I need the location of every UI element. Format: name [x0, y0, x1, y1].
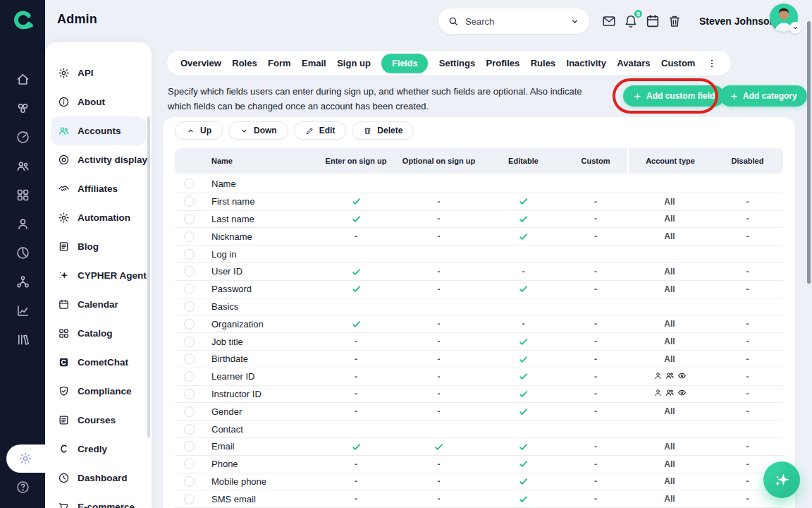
table-row[interactable]: Gender---All- — [175, 403, 783, 421]
rail-item-modules[interactable] — [0, 94, 45, 123]
table-row[interactable]: Last name--All- — [175, 211, 783, 229]
notifications-bell-icon[interactable]: 5 — [623, 13, 639, 29]
sidebar-item-about[interactable]: About — [51, 87, 146, 116]
table-row[interactable]: Nickname---All- — [175, 228, 783, 246]
table-row[interactable]: First name--All- — [175, 193, 783, 211]
row-checkbox[interactable] — [184, 249, 195, 260]
row-checkbox[interactable] — [184, 319, 195, 329]
rail-item-analytics[interactable] — [0, 296, 45, 325]
table-row[interactable]: Email-All- — [175, 438, 783, 456]
tab-settings[interactable]: Settings — [439, 58, 475, 68]
rail-item-performance[interactable] — [0, 123, 45, 152]
sidebar-item-cypher-agent[interactable]: CYPHER Agent — [51, 261, 146, 290]
table-row-category[interactable]: Name — [175, 176, 783, 193]
tab-sign-up[interactable]: Sign up — [337, 58, 371, 68]
add-category-button[interactable]: Add category — [720, 85, 807, 107]
add-custom-field-button[interactable]: Add custom field — [623, 85, 725, 107]
down-button[interactable]: Down — [228, 121, 288, 140]
sidebar-item-activity-display[interactable]: Activity display — [51, 145, 146, 174]
cell-enter-on-sign-up: - — [317, 406, 395, 416]
table-row[interactable]: Birthdate---All- — [175, 351, 783, 368]
cypher-logo-icon[interactable] — [10, 7, 35, 32]
table-row-category[interactable]: Basics — [175, 298, 783, 316]
tabs-more-icon[interactable] — [706, 58, 718, 69]
rail-item-library[interactable] — [0, 325, 45, 354]
rail-item-community[interactable] — [0, 152, 45, 181]
messages-icon[interactable] — [601, 13, 617, 29]
ai-assistant-button[interactable] — [763, 461, 800, 498]
table-row[interactable]: Learner ID---- — [175, 368, 783, 386]
row-checkbox[interactable] — [184, 301, 195, 312]
row-checkbox[interactable] — [184, 353, 195, 364]
sidebar-item-courses[interactable]: Courses — [51, 406, 146, 435]
sidebar-item-automation[interactable]: Automation — [51, 203, 146, 232]
avatar-chevron-down-icon[interactable] — [789, 22, 801, 34]
table-row[interactable]: Organization---All- — [175, 315, 783, 333]
row-checkbox[interactable] — [184, 476, 195, 487]
table-row[interactable]: Phone---All- — [175, 456, 783, 473]
table-row[interactable]: Job title---All- — [175, 333, 783, 351]
row-name: Email — [203, 441, 317, 452]
sidebar-item-compliance[interactable]: Compliance — [51, 377, 146, 406]
edit-button[interactable]: Edit — [294, 121, 347, 140]
table-row[interactable]: Password--All- — [175, 281, 783, 298]
row-checkbox[interactable] — [184, 231, 195, 242]
rail-item-profile[interactable] — [0, 210, 45, 238]
row-checkbox[interactable] — [184, 266, 195, 277]
sidebar-item-catalog[interactable]: Catalog — [51, 319, 146, 348]
row-checkbox[interactable] — [184, 371, 195, 382]
sidebar-item-calendar[interactable]: Calendar — [51, 290, 146, 319]
sidebar-item-cometchat[interactable]: CometChat — [51, 348, 146, 377]
search-input[interactable]: Search — [438, 8, 589, 34]
tab-overview[interactable]: Overview — [180, 58, 221, 68]
sidebar-item-credly[interactable]: Credly — [51, 435, 146, 464]
tab-custom[interactable]: Custom — [661, 58, 695, 68]
tab-fields[interactable]: Fields — [381, 54, 428, 73]
row-checkbox[interactable] — [184, 284, 195, 294]
row-checkbox[interactable] — [184, 389, 195, 399]
sidebar-scrollbar[interactable] — [147, 116, 150, 437]
row-checkbox[interactable] — [184, 406, 195, 417]
row-checkbox[interactable] — [184, 214, 195, 224]
table-row-category[interactable]: Contact — [175, 421, 783, 438]
row-checkbox[interactable] — [184, 424, 195, 435]
tab-inactivity[interactable]: Inactivity — [567, 58, 606, 68]
sidebar-item-blog[interactable]: Blog — [51, 232, 146, 261]
row-checkbox[interactable] — [184, 337, 195, 347]
table-row-category[interactable]: Log in — [175, 246, 783, 263]
row-checkbox[interactable] — [184, 441, 195, 452]
row-checkbox[interactable] — [184, 196, 195, 207]
sidebar-item-accounts[interactable]: Accounts — [51, 116, 146, 145]
page-scrollbar-thumb[interactable] — [807, 21, 811, 284]
sidebar-item-affiliates[interactable]: Affiliates — [51, 174, 146, 203]
row-checkbox[interactable] — [184, 494, 195, 504]
admin-settings-icon[interactable] — [18, 452, 32, 466]
tab-email[interactable]: Email — [302, 58, 326, 68]
row-checkbox[interactable] — [184, 459, 195, 469]
trash-icon[interactable] — [667, 13, 682, 29]
search-chevron-down-icon[interactable] — [570, 16, 580, 27]
table-row[interactable]: Mobile phone---All- — [175, 473, 783, 491]
table-row[interactable]: User ID---All- — [175, 263, 783, 281]
table-row[interactable]: SMS email---All- — [175, 490, 783, 508]
cell-disabled: - — [712, 389, 783, 399]
sidebar-item-api[interactable]: API — [51, 59, 146, 87]
tab-profiles[interactable]: Profiles — [486, 58, 520, 68]
tab-rules[interactable]: Rules — [531, 58, 555, 68]
tab-roles[interactable]: Roles — [232, 58, 257, 68]
delete-button[interactable]: Delete — [352, 121, 414, 140]
help-icon[interactable] — [16, 480, 30, 495]
rail-item-organizations[interactable] — [0, 267, 45, 296]
sidebar-item-dashboard[interactable]: Dashboard — [51, 464, 146, 492]
rail-item-apps[interactable] — [0, 181, 45, 210]
calendar-icon[interactable] — [645, 13, 660, 29]
tab-avatars[interactable]: Avatars — [617, 58, 650, 68]
up-button[interactable]: Up — [175, 121, 223, 140]
learners-icon — [653, 388, 663, 397]
rail-item-reports[interactable] — [0, 238, 45, 267]
tab-form[interactable]: Form — [268, 58, 291, 68]
rail-item-home[interactable] — [0, 65, 45, 94]
sidebar-item-e-commerce[interactable]: E-commerce — [51, 492, 146, 508]
table-row[interactable]: Instructor ID---- — [175, 386, 783, 404]
row-checkbox[interactable] — [184, 179, 195, 189]
